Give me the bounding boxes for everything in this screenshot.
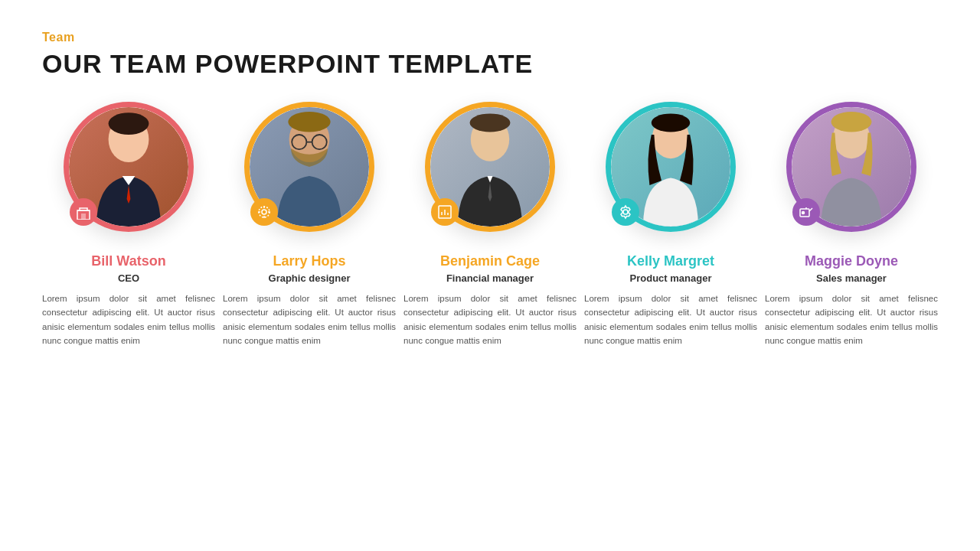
avatar-icon-4: [612, 198, 639, 226]
member-bio-2: Lorem ipsum dolor sit amet felisnec cons…: [223, 292, 396, 348]
slide: Team OUR TEAM POWERPOINT TEMPLATE: [0, 0, 980, 551]
avatar-icon-3: [431, 198, 459, 226]
member-name-5: Maggie Doyne: [805, 253, 898, 269]
avatar-wrapper-1: [64, 102, 194, 232]
member-name-3: Benjamin Cage: [440, 253, 540, 269]
svg-point-1: [109, 112, 149, 135]
member-bio-1: Lorem ipsum dolor sit amet felisnec cons…: [42, 292, 215, 348]
member-name-1: Bill Watson: [91, 253, 165, 269]
svg-point-20: [623, 210, 628, 214]
team-member-4: Kelly Margret Product manager Lorem ipsu…: [584, 102, 757, 348]
team-member-5: Maggie Doyne Sales manager Lorem ipsum d…: [765, 102, 938, 348]
svg-point-24: [802, 212, 805, 214]
header-title: OUR TEAM POWERPOINT TEMPLATE: [42, 49, 938, 79]
member-name-2: Larry Hops: [273, 253, 345, 269]
member-bio-5: Lorem ipsum dolor sit amet felisnec cons…: [765, 292, 938, 348]
chart-icon: [437, 204, 452, 220]
tag-icon: [799, 204, 814, 220]
avatar-wrapper-3: [425, 102, 555, 232]
svg-point-22: [831, 112, 872, 132]
avatar-icon-1: [70, 198, 97, 226]
member-role-4: Product manager: [630, 272, 712, 284]
design-icon: [256, 204, 272, 220]
member-name-4: Kelly Margret: [627, 253, 714, 269]
svg-point-10: [262, 210, 266, 214]
member-bio-4: Lorem ipsum dolor sit amet felisnec cons…: [584, 292, 757, 348]
member-role-1: CEO: [118, 272, 139, 284]
header-label: Team: [42, 31, 938, 44]
header: Team OUR TEAM POWERPOINT TEMPLATE: [42, 31, 938, 79]
gear-icon: [618, 204, 633, 220]
svg-rect-3: [81, 214, 86, 220]
avatar-wrapper-2: [244, 102, 374, 232]
member-role-5: Sales manager: [816, 272, 887, 284]
member-role-3: Financial manager: [446, 272, 534, 284]
avatar-icon-2: [250, 198, 278, 226]
avatar-icon-5: [792, 198, 820, 226]
team-container: Bill Watson CEO Lorem ipsum dolor sit am…: [42, 102, 938, 528]
svg-point-13: [470, 113, 511, 132]
building-icon: [76, 204, 91, 220]
svg-point-11: [259, 207, 270, 217]
team-member-2: Larry Hops Graphic designer Lorem ipsum …: [223, 102, 396, 348]
member-bio-3: Lorem ipsum dolor sit amet felisnec cons…: [403, 292, 577, 348]
avatar-wrapper-4: [606, 102, 736, 232]
team-member-3: Benjamin Cage Financial manager Lorem ip…: [403, 102, 577, 348]
team-member-1: Bill Watson CEO Lorem ipsum dolor sit am…: [42, 102, 215, 348]
avatar-wrapper-5: [786, 102, 916, 232]
svg-point-6: [288, 112, 330, 132]
member-role-2: Graphic designer: [269, 272, 351, 284]
svg-point-19: [652, 113, 690, 132]
